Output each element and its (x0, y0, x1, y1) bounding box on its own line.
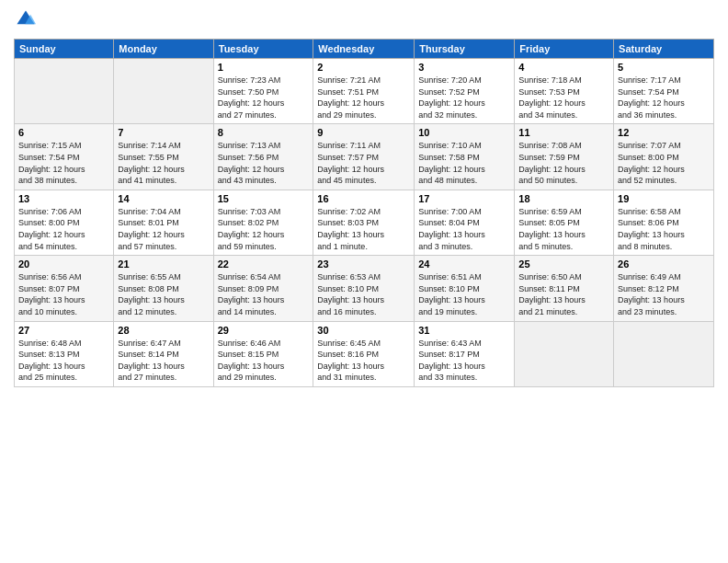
day-number: 10 (418, 127, 510, 138)
day-detail: Sunrise: 6:43 AM Sunset: 8:17 PM Dayligh… (418, 338, 510, 384)
day-number: 29 (218, 325, 310, 336)
calendar-cell: 31Sunrise: 6:43 AM Sunset: 8:17 PM Dayli… (415, 321, 515, 386)
day-number: 9 (317, 127, 410, 138)
calendar-week-row: 6Sunrise: 7:15 AM Sunset: 7:54 PM Daylig… (15, 124, 714, 190)
weekday-header: Wednesday (313, 40, 415, 59)
calendar-cell: 9Sunrise: 7:11 AM Sunset: 7:57 PM Daylig… (313, 124, 415, 190)
day-number: 23 (317, 259, 410, 270)
day-number: 20 (18, 259, 109, 270)
day-detail: Sunrise: 7:17 AM Sunset: 7:54 PM Dayligh… (618, 75, 710, 121)
day-detail: Sunrise: 7:04 AM Sunset: 8:01 PM Dayligh… (118, 206, 209, 252)
calendar-cell: 11Sunrise: 7:08 AM Sunset: 7:59 PM Dayli… (515, 124, 614, 190)
calendar-cell: 21Sunrise: 6:55 AM Sunset: 8:08 PM Dayli… (114, 256, 213, 321)
day-detail: Sunrise: 6:53 AM Sunset: 8:10 PM Dayligh… (317, 271, 410, 317)
calendar-cell: 4Sunrise: 7:18 AM Sunset: 7:53 PM Daylig… (515, 59, 614, 124)
calendar-cell: 23Sunrise: 6:53 AM Sunset: 8:10 PM Dayli… (313, 256, 415, 321)
calendar-cell: 7Sunrise: 7:14 AM Sunset: 7:55 PM Daylig… (114, 124, 213, 190)
day-number: 13 (18, 193, 109, 204)
calendar-cell: 19Sunrise: 6:58 AM Sunset: 8:06 PM Dayli… (614, 190, 714, 255)
logo (14, 9, 36, 33)
day-detail: Sunrise: 7:10 AM Sunset: 7:58 PM Dayligh… (418, 140, 510, 186)
day-number: 25 (518, 259, 609, 270)
day-number: 12 (618, 127, 710, 138)
weekday-header: Friday (515, 40, 614, 59)
calendar-cell: 5Sunrise: 7:17 AM Sunset: 7:54 PM Daylig… (614, 59, 714, 124)
day-number: 1 (218, 62, 310, 73)
day-detail: Sunrise: 7:07 AM Sunset: 8:00 PM Dayligh… (618, 140, 710, 186)
weekday-header: Thursday (415, 40, 515, 59)
day-detail: Sunrise: 7:21 AM Sunset: 7:51 PM Dayligh… (317, 75, 410, 121)
calendar-cell: 8Sunrise: 7:13 AM Sunset: 7:56 PM Daylig… (213, 124, 313, 190)
day-detail: Sunrise: 6:47 AM Sunset: 8:14 PM Dayligh… (118, 338, 209, 384)
day-detail: Sunrise: 7:08 AM Sunset: 7:59 PM Dayligh… (518, 140, 609, 186)
calendar-week-row: 1Sunrise: 7:23 AM Sunset: 7:50 PM Daylig… (15, 59, 714, 124)
calendar-cell: 17Sunrise: 7:00 AM Sunset: 8:04 PM Dayli… (415, 190, 515, 255)
day-detail: Sunrise: 6:49 AM Sunset: 8:12 PM Dayligh… (618, 271, 710, 317)
calendar-cell: 14Sunrise: 7:04 AM Sunset: 8:01 PM Dayli… (114, 190, 213, 255)
header (14, 9, 714, 33)
day-number: 11 (518, 127, 609, 138)
calendar-cell (515, 321, 614, 386)
calendar-cell (114, 59, 213, 124)
day-number: 21 (118, 259, 209, 270)
calendar-cell: 22Sunrise: 6:54 AM Sunset: 8:09 PM Dayli… (213, 256, 313, 321)
calendar-cell: 3Sunrise: 7:20 AM Sunset: 7:52 PM Daylig… (415, 59, 515, 124)
calendar-cell (614, 321, 714, 386)
day-detail: Sunrise: 7:18 AM Sunset: 7:53 PM Dayligh… (518, 75, 609, 121)
calendar-week-row: 27Sunrise: 6:48 AM Sunset: 8:13 PM Dayli… (15, 321, 714, 386)
day-detail: Sunrise: 6:51 AM Sunset: 8:10 PM Dayligh… (418, 271, 510, 317)
day-detail: Sunrise: 6:55 AM Sunset: 8:08 PM Dayligh… (118, 271, 209, 317)
day-number: 22 (218, 259, 310, 270)
calendar: SundayMondayTuesdayWednesdayThursdayFrid… (14, 39, 714, 387)
day-detail: Sunrise: 7:03 AM Sunset: 8:02 PM Dayligh… (218, 206, 310, 252)
calendar-cell: 15Sunrise: 7:03 AM Sunset: 8:02 PM Dayli… (213, 190, 313, 255)
day-number: 28 (118, 325, 209, 336)
day-number: 18 (518, 193, 609, 204)
day-detail: Sunrise: 7:14 AM Sunset: 7:55 PM Dayligh… (118, 140, 209, 186)
calendar-cell: 2Sunrise: 7:21 AM Sunset: 7:51 PM Daylig… (313, 59, 415, 124)
day-number: 2 (317, 62, 410, 73)
day-number: 15 (218, 193, 310, 204)
calendar-cell: 29Sunrise: 6:46 AM Sunset: 8:15 PM Dayli… (213, 321, 313, 386)
day-detail: Sunrise: 7:02 AM Sunset: 8:03 PM Dayligh… (317, 206, 410, 252)
day-number: 6 (18, 127, 109, 138)
day-number: 14 (118, 193, 209, 204)
day-number: 26 (618, 259, 710, 270)
logo-icon (16, 9, 36, 29)
day-detail: Sunrise: 7:20 AM Sunset: 7:52 PM Dayligh… (418, 75, 510, 121)
day-detail: Sunrise: 7:23 AM Sunset: 7:50 PM Dayligh… (218, 75, 310, 121)
weekday-header: Saturday (614, 40, 714, 59)
day-detail: Sunrise: 6:45 AM Sunset: 8:16 PM Dayligh… (317, 338, 410, 384)
day-detail: Sunrise: 7:11 AM Sunset: 7:57 PM Dayligh… (317, 140, 410, 186)
day-number: 7 (118, 127, 209, 138)
calendar-header-row: SundayMondayTuesdayWednesdayThursdayFrid… (15, 40, 714, 59)
calendar-week-row: 20Sunrise: 6:56 AM Sunset: 8:07 PM Dayli… (15, 256, 714, 321)
day-number: 3 (418, 62, 510, 73)
day-number: 24 (418, 259, 510, 270)
calendar-cell: 13Sunrise: 7:06 AM Sunset: 8:00 PM Dayli… (15, 190, 114, 255)
day-number: 8 (218, 127, 310, 138)
day-number: 17 (418, 193, 510, 204)
day-number: 30 (317, 325, 410, 336)
weekday-header: Monday (114, 40, 213, 59)
calendar-cell: 12Sunrise: 7:07 AM Sunset: 8:00 PM Dayli… (614, 124, 714, 190)
day-number: 19 (618, 193, 710, 204)
day-detail: Sunrise: 6:54 AM Sunset: 8:09 PM Dayligh… (218, 271, 310, 317)
day-detail: Sunrise: 6:46 AM Sunset: 8:15 PM Dayligh… (218, 338, 310, 384)
day-detail: Sunrise: 7:13 AM Sunset: 7:56 PM Dayligh… (218, 140, 310, 186)
day-detail: Sunrise: 6:59 AM Sunset: 8:05 PM Dayligh… (518, 206, 609, 252)
calendar-week-row: 13Sunrise: 7:06 AM Sunset: 8:00 PM Dayli… (15, 190, 714, 255)
day-number: 5 (618, 62, 710, 73)
calendar-cell: 26Sunrise: 6:49 AM Sunset: 8:12 PM Dayli… (614, 256, 714, 321)
calendar-cell: 28Sunrise: 6:47 AM Sunset: 8:14 PM Dayli… (114, 321, 213, 386)
calendar-cell: 10Sunrise: 7:10 AM Sunset: 7:58 PM Dayli… (415, 124, 515, 190)
calendar-cell: 20Sunrise: 6:56 AM Sunset: 8:07 PM Dayli… (15, 256, 114, 321)
calendar-cell: 24Sunrise: 6:51 AM Sunset: 8:10 PM Dayli… (415, 256, 515, 321)
day-detail: Sunrise: 7:15 AM Sunset: 7:54 PM Dayligh… (18, 140, 109, 186)
weekday-header: Sunday (15, 40, 114, 59)
day-number: 16 (317, 193, 410, 204)
calendar-cell (15, 59, 114, 124)
day-detail: Sunrise: 7:06 AM Sunset: 8:00 PM Dayligh… (18, 206, 109, 252)
day-number: 27 (18, 325, 109, 336)
day-number: 4 (518, 62, 609, 73)
